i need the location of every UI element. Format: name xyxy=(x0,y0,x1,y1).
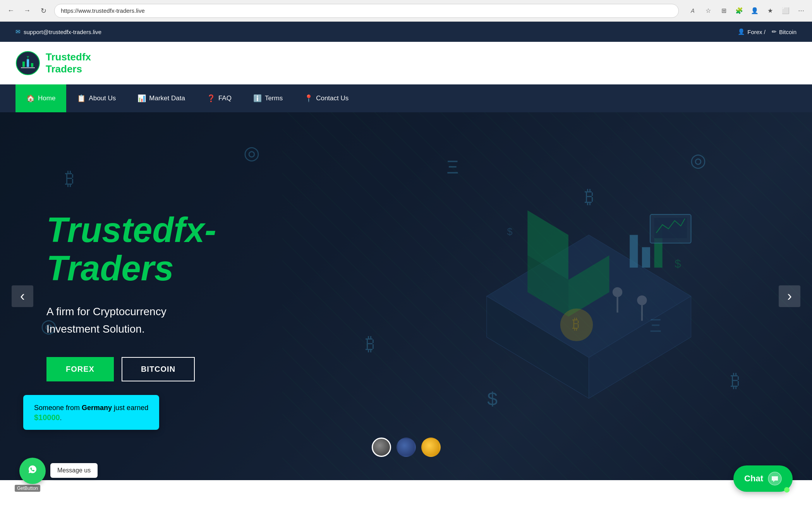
header: T Trustedfx Traders xyxy=(0,42,812,84)
main-nav: 🏠 Home 📋 About Us 📊 Market Data ❓ FAQ ℹ️… xyxy=(0,84,812,112)
bitcoin-link[interactable]: ✏ Bitcoin xyxy=(772,28,797,35)
hero-subtitle: A firm for Cryptocurrency Investment Sol… xyxy=(46,303,263,338)
user-icon: 👤 xyxy=(738,28,745,35)
svg-rect-2 xyxy=(22,62,25,67)
chat-label: Chat xyxy=(744,474,763,484)
carousel-next-button[interactable]: › xyxy=(779,285,800,307)
nav-item-faq[interactable]: ❓ FAQ xyxy=(196,84,242,112)
logo-icon: T xyxy=(15,51,40,76)
svg-rect-4 xyxy=(31,63,33,67)
svg-text:$: $ xyxy=(507,226,512,237)
split-view-button[interactable]: ⬜ xyxy=(779,5,792,17)
support-email: support@trustedfx-traders.live xyxy=(24,29,101,35)
svg-text:₿: ₿ xyxy=(572,316,580,332)
profile-button[interactable]: 👤 xyxy=(748,5,761,17)
email-icon: ✉ xyxy=(15,28,21,35)
browser-chrome: ← → ↻ https://www.trustedfx-traders.live… xyxy=(0,0,812,22)
top-bar-left: ✉ support@trustedfx-traders.live xyxy=(15,28,101,35)
reader-view-button[interactable]: 𝘈 xyxy=(687,5,699,17)
svg-rect-23 xyxy=(654,218,687,238)
svg-rect-12 xyxy=(642,247,650,268)
collections-button[interactable]: ⊞ xyxy=(718,5,730,17)
carousel-dot-2[interactable] xyxy=(397,438,416,457)
bitcoin-button[interactable]: BITCOIN xyxy=(122,357,195,381)
logo-container[interactable]: T Trustedfx Traders xyxy=(15,51,91,76)
faq-icon: ❓ xyxy=(207,94,215,103)
address-bar[interactable]: https://www.trustedfx-traders.live xyxy=(54,4,679,18)
forex-link[interactable]: 👤 Forex / xyxy=(738,28,766,35)
message-us-tooltip: Message us xyxy=(50,463,98,478)
carousel-dots xyxy=(372,438,441,457)
nav-item-terms[interactable]: ℹ️ Terms xyxy=(242,84,294,112)
top-bar-right: 👤 Forex / ✏ Bitcoin xyxy=(738,28,797,35)
nav-item-market[interactable]: 📊 Market Data xyxy=(127,84,196,112)
forward-button[interactable]: → xyxy=(21,5,33,17)
back-button[interactable]: ← xyxy=(5,5,17,17)
bookmark-button[interactable]: ☆ xyxy=(702,5,714,17)
extensions-button[interactable]: 🧩 xyxy=(733,5,745,17)
carousel-dot-3[interactable] xyxy=(421,438,441,457)
carousel-dot-1[interactable] xyxy=(372,438,391,457)
top-bar: ✉ support@trustedfx-traders.live 👤 Forex… xyxy=(0,22,812,42)
chat-icon xyxy=(768,472,782,486)
more-button[interactable]: ⋯ xyxy=(795,5,807,17)
chat-button[interactable]: Chat xyxy=(733,465,793,492)
chat-online-indicator xyxy=(784,487,790,493)
svg-rect-3 xyxy=(27,59,29,67)
nav-item-about[interactable]: 📋 About Us xyxy=(66,84,127,112)
hero-buttons: FOREX BITCOIN xyxy=(46,357,263,381)
notification-toast: Someone from Germany just earned $10000. xyxy=(23,395,159,430)
svg-point-18 xyxy=(637,295,647,305)
terms-icon: ℹ️ xyxy=(253,94,262,103)
nav-item-home[interactable]: 🏠 Home xyxy=(15,84,66,112)
nav-item-contact[interactable]: 📍 Contact Us xyxy=(294,84,359,112)
svg-point-16 xyxy=(613,287,622,297)
forex-button[interactable]: FOREX xyxy=(46,357,114,381)
browser-actions: 𝘈 ☆ ⊞ 🧩 👤 ★ ⬜ ⋯ xyxy=(687,5,807,17)
toast-amount: $10000. xyxy=(34,413,148,422)
whatsapp-button[interactable] xyxy=(19,458,46,484)
hero-title: Trustedfx-Traders xyxy=(46,211,263,288)
toast-message: Someone from Germany just earned xyxy=(34,403,148,413)
hero-illustration: ₿ $ $ xyxy=(366,112,812,480)
refresh-button[interactable]: ↻ xyxy=(37,5,50,17)
home-icon: 🏠 xyxy=(26,94,35,103)
hero-content: Trustedfx-Traders A firm for Cryptocurre… xyxy=(0,211,310,382)
contact-icon: 📍 xyxy=(304,94,313,103)
url-text: https://www.trustedfx-traders.live xyxy=(61,7,145,14)
favorites-button[interactable]: ★ xyxy=(764,5,776,17)
whatsapp-icon xyxy=(26,462,39,480)
browser-controls: ← → ↻ xyxy=(5,5,50,17)
carousel-prev-button[interactable]: ‹ xyxy=(12,285,33,307)
about-icon: 📋 xyxy=(77,94,86,103)
logo-text: Trustedfx Traders xyxy=(46,51,91,75)
getbutton-label: GetButton xyxy=(15,485,40,492)
svg-text:$: $ xyxy=(675,257,681,270)
svg-rect-11 xyxy=(630,235,638,268)
hero-section: ₿ ◎ Ξ ₿ ◎ ◎ ₿ Ξ $ ₿ xyxy=(0,112,812,480)
edit-icon: ✏ xyxy=(772,28,777,35)
market-icon: 📊 xyxy=(137,94,146,103)
